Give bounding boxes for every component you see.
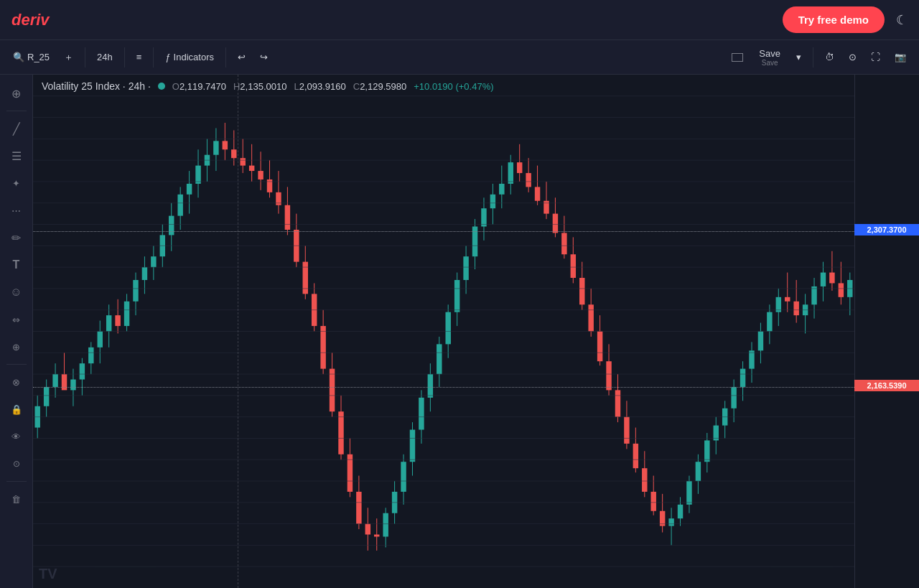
deriv-logo[interactable]: deriv: [11, 11, 50, 29]
try-free-demo-button[interactable]: Try free demo: [783, 6, 885, 33]
bar-style-button[interactable]: ≡: [131, 48, 148, 66]
ohlc-open: O2,119.7470: [172, 81, 226, 92]
bar-style-icon: ≡: [136, 52, 142, 62]
candlestick-chart[interactable]: [33, 75, 854, 588]
crosshair-tool[interactable]: ⊕: [4, 80, 29, 106]
sidebar-separator-1: [6, 111, 27, 111]
fibonacci-tool[interactable]: ⋯: [4, 197, 29, 223]
chart-title: Volatility 25 Index · 24h ·: [42, 80, 151, 92]
interval-label: 24h: [97, 52, 113, 62]
crosshair-price-tag: 2,307.3700: [854, 224, 919, 235]
dark-mode-toggle[interactable]: ☾: [896, 12, 908, 28]
ohlc-low: L2,093.9160: [294, 81, 345, 92]
visibility-tool[interactable]: ⊙: [4, 451, 29, 477]
lock-tool[interactable]: 🔒: [4, 396, 29, 422]
toolbar-separator-4: [225, 47, 226, 67]
hide-tool[interactable]: 👁: [4, 424, 29, 449]
sidebar-separator-3: [6, 481, 27, 482]
save-dropdown[interactable]: ▾: [790, 48, 807, 66]
rectangle-icon: [732, 53, 743, 62]
rectangle-tool[interactable]: [726, 50, 749, 65]
ohlc-change: +10.0190 (+0.47%): [414, 81, 493, 92]
redo-icon: ↪: [260, 52, 268, 62]
ohlc-close: C2,129.5980: [353, 81, 406, 92]
top-navigation: deriv Try free demo ☾: [0, 0, 919, 40]
toolbar-separator-1: [85, 47, 85, 67]
horizontal-line-tool[interactable]: ☰: [4, 143, 29, 169]
magnet-tool[interactable]: ⊗: [4, 369, 29, 395]
main-area: ⊕ ╱ ☰ ✦ ⋯ ✏ T ☺ ⇔ ⊕ ⊗ 🔒 👁 ⊙ 🗑 Volatility…: [0, 75, 919, 588]
chart-header: Volatility 25 Index · 24h · O2,119.7470 …: [42, 80, 494, 92]
last-price-line: [33, 387, 854, 388]
emoji-tool[interactable]: ☺: [4, 279, 29, 305]
fullscreen-button[interactable]: ⛶: [865, 48, 886, 66]
indicators-label: Indicators: [174, 52, 214, 62]
redo-button[interactable]: ↪: [254, 48, 274, 66]
toolbar-separator-2: [124, 47, 125, 67]
undo-button[interactable]: ↩: [232, 48, 251, 66]
undo-icon: ↩: [238, 52, 246, 62]
text-tool[interactable]: T: [4, 252, 29, 278]
replay-button[interactable]: ⊙: [843, 48, 862, 66]
current-price-value: 2,163.5390: [867, 381, 906, 390]
indicators-icon: ƒ: [165, 52, 170, 62]
chart-toolbar: 🔍 R_25 ＋ 24h ≡ ƒ Indicators ↩ ↪ Save Sav…: [0, 40, 919, 75]
measure-tool[interactable]: ⇔: [4, 307, 29, 332]
toolbar-separator-5: [813, 47, 813, 67]
symbol-search[interactable]: 🔍 R_25: [7, 48, 55, 66]
horizontal-crosshair: [33, 231, 854, 232]
search-icon: 🔍: [13, 52, 24, 62]
current-price-tag: 2,163.5390: [854, 380, 919, 391]
tradingview-watermark: TV: [39, 566, 57, 582]
toolbar-separator-3: [153, 47, 154, 67]
save-sub: Save: [762, 59, 778, 67]
sidebar-separator-2: [6, 364, 27, 365]
camera-button[interactable]: ⏱: [819, 48, 840, 66]
chart-area[interactable]: Volatility 25 Index · 24h · O2,119.7470 …: [33, 75, 919, 588]
indicators-button[interactable]: ƒ Indicators: [159, 48, 220, 66]
add-symbol-button[interactable]: ＋: [58, 47, 79, 67]
trash-tool[interactable]: 🗑: [4, 486, 29, 512]
save-button[interactable]: Save Save: [752, 45, 788, 70]
ohlc-high: H2,135.0010: [233, 81, 286, 92]
save-label: Save: [759, 48, 780, 59]
interval-selector[interactable]: 24h: [91, 48, 118, 66]
screenshot-button[interactable]: 📷: [889, 48, 912, 66]
line-tool[interactable]: ╱: [4, 116, 29, 141]
plus-icon: ＋: [64, 51, 73, 64]
brush-tool[interactable]: ✏: [4, 225, 29, 251]
vertical-crosshair: [238, 75, 238, 588]
drawing-tools-sidebar: ⊕ ╱ ☰ ✦ ⋯ ✏ T ☺ ⇔ ⊕ ⊗ 🔒 👁 ⊙ 🗑: [0, 75, 33, 588]
price-axis: 2,307.3700 2,163.5390: [854, 75, 919, 588]
shapes-tool[interactable]: ✦: [4, 170, 29, 196]
zoom-tool[interactable]: ⊕: [4, 334, 29, 360]
crosshair-price-value: 2,307.3700: [867, 225, 906, 234]
ohlc-status-dot: [158, 83, 165, 90]
symbol-label: R_25: [27, 52, 50, 62]
